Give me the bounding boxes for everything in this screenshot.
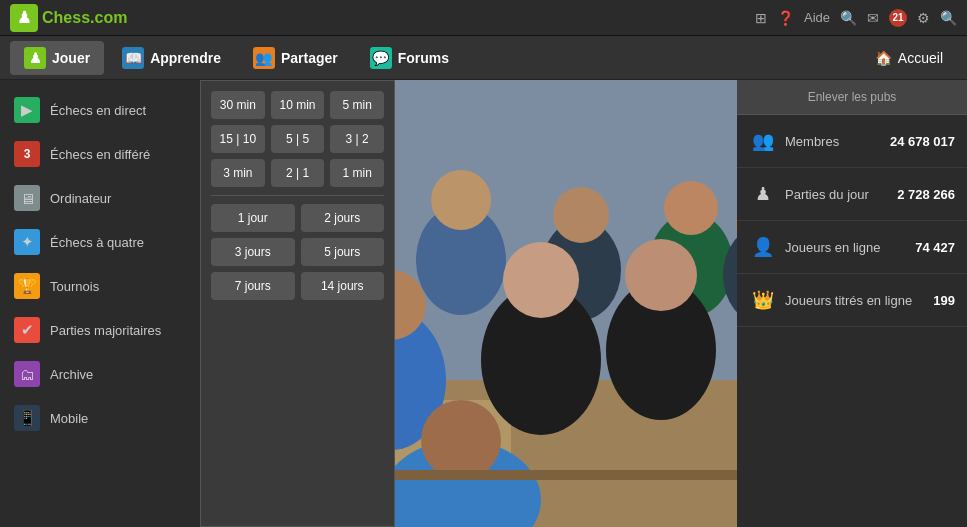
time-btn-14jours[interactable]: 14 jours: [301, 272, 385, 300]
partager-icon: 👥: [253, 47, 275, 69]
main-navigation: ♟ Jouer 📖 Apprendre 👥 Partager 💬 Forums …: [0, 36, 967, 80]
time-row-4: 1 jour 2 jours: [211, 204, 384, 232]
help-label[interactable]: Aide: [804, 10, 830, 25]
sidebar-label-tour: Tournois: [50, 279, 99, 294]
time-btn-5min[interactable]: 5 min: [330, 91, 384, 119]
forums-icon: 💬: [370, 47, 392, 69]
search-icon[interactable]: 🔍: [940, 10, 957, 26]
nav-item-partager[interactable]: 👥 Partager: [239, 41, 352, 75]
sidebar-item-arch[interactable]: 🗂 Archive: [0, 352, 200, 396]
sidebar-item-comp[interactable]: 🖥 Ordinateur: [0, 176, 200, 220]
time-btn-2jours[interactable]: 2 jours: [301, 204, 385, 232]
home-icon: 🏠: [875, 50, 892, 66]
time-btn-1min[interactable]: 1 min: [330, 159, 384, 187]
photo-overlay: [395, 80, 737, 527]
four-icon: ✦: [14, 229, 40, 255]
sidebar-label-arch: Archive: [50, 367, 93, 382]
titres-value: 199: [933, 293, 955, 308]
enligne-icon: 👤: [749, 233, 777, 261]
time-btn-15-10[interactable]: 15 | 10: [211, 125, 265, 153]
divider: [211, 195, 384, 196]
membres-value: 24 678 017: [890, 134, 955, 149]
home-label: Accueil: [898, 50, 943, 66]
sidebar-label-vote: Parties majoritaires: [50, 323, 161, 338]
nav-label-jouer: Jouer: [52, 50, 90, 66]
layout-icon[interactable]: ⊞: [755, 10, 767, 26]
vote-icon: ✔: [14, 317, 40, 343]
stat-enligne: 👤 Joueurs en ligne 74 427: [737, 221, 967, 274]
sidebar-item-diff[interactable]: 3 Échecs en différé: [0, 132, 200, 176]
main-photo-area: 6: [395, 80, 737, 527]
remove-ads-button[interactable]: Enlever les pubs: [737, 80, 967, 115]
time-row-2: 15 | 10 5 | 5 3 | 2: [211, 125, 384, 153]
membres-label: Membres: [785, 134, 882, 149]
sidebar-item-vote[interactable]: ✔ Parties majoritaires: [0, 308, 200, 352]
titres-icon: 👑: [749, 286, 777, 314]
sidebar-label-diff: Échecs en différé: [50, 147, 150, 162]
time-row-1: 30 min 10 min 5 min: [211, 91, 384, 119]
time-btn-1jour[interactable]: 1 jour: [211, 204, 295, 232]
time-control-dropdown: 30 min 10 min 5 min 15 | 10 5 | 5 3 | 2 …: [200, 80, 395, 527]
nav-home[interactable]: 🏠 Accueil: [861, 44, 957, 72]
time-row-6: 7 jours 14 jours: [211, 272, 384, 300]
stat-parties: ♟ Parties du jour 2 728 266: [737, 168, 967, 221]
nav-item-apprendre[interactable]: 📖 Apprendre: [108, 41, 235, 75]
time-btn-5jours[interactable]: 5 jours: [301, 238, 385, 266]
diff-icon: 3: [14, 141, 40, 167]
stats-list: 👥 Membres 24 678 017 ♟ Parties du jour 2…: [737, 115, 967, 327]
time-row-5: 3 jours 5 jours: [211, 238, 384, 266]
tour-icon: 🏆: [14, 273, 40, 299]
stat-titres: 👑 Joueurs titrés en ligne 199: [737, 274, 967, 327]
enligne-value: 74 427: [915, 240, 955, 255]
stat-membres: 👥 Membres 24 678 017: [737, 115, 967, 168]
titres-label: Joueurs titrés en ligne: [785, 293, 925, 308]
site-logo[interactable]: ♟ Chess.com: [10, 4, 127, 32]
time-btn-2-1[interactable]: 2 | 1: [271, 159, 325, 187]
mob-icon: 📱: [14, 405, 40, 431]
logo-area: ♟ Chess.com: [10, 4, 127, 32]
jouer-icon: ♟: [24, 47, 46, 69]
comp-icon: 🖥: [14, 185, 40, 211]
sidebar-label-comp: Ordinateur: [50, 191, 111, 206]
live-icon: ▶: [14, 97, 40, 123]
time-btn-3jours[interactable]: 3 jours: [211, 238, 295, 266]
sidebar-item-live[interactable]: ▶ Échecs en direct: [0, 88, 200, 132]
sidebar-item-mob[interactable]: 📱 Mobile: [0, 396, 200, 440]
main-nav-items: ♟ Jouer 📖 Apprendre 👥 Partager 💬 Forums: [10, 41, 463, 75]
apprendre-icon: 📖: [122, 47, 144, 69]
sidebar-label-mob: Mobile: [50, 411, 88, 426]
membres-icon: 👥: [749, 127, 777, 155]
sidebar: ▶ Échecs en direct 3 Échecs en différé 🖥…: [0, 80, 200, 527]
time-btn-5-5[interactable]: 5 | 5: [271, 125, 325, 153]
parties-value: 2 728 266: [897, 187, 955, 202]
search-friends-icon[interactable]: 🔍: [840, 10, 857, 26]
parties-label: Parties du jour: [785, 187, 889, 202]
time-btn-3min[interactable]: 3 min: [211, 159, 265, 187]
nav-label-partager: Partager: [281, 50, 338, 66]
parties-icon: ♟: [749, 180, 777, 208]
top-nav-right: ⊞ ❓ Aide 🔍 ✉ 21 ⚙ 🔍: [755, 9, 957, 27]
time-row-3: 3 min 2 | 1 1 min: [211, 159, 384, 187]
time-btn-10min[interactable]: 10 min: [271, 91, 325, 119]
sidebar-item-four[interactable]: ✦ Échecs à quatre: [0, 220, 200, 264]
time-btn-7jours[interactable]: 7 jours: [211, 272, 295, 300]
settings-icon[interactable]: ⚙: [917, 10, 930, 26]
help-icon[interactable]: ❓: [777, 10, 794, 26]
top-navigation: ♟ Chess.com ⊞ ❓ Aide 🔍 ✉ 21 ⚙ 🔍: [0, 0, 967, 36]
nav-label-apprendre: Apprendre: [150, 50, 221, 66]
logo-icon: ♟: [10, 4, 38, 32]
nav-item-jouer[interactable]: ♟ Jouer: [10, 41, 104, 75]
nav-item-forums[interactable]: 💬 Forums: [356, 41, 463, 75]
time-btn-30min[interactable]: 30 min: [211, 91, 265, 119]
notification-badge[interactable]: 21: [889, 9, 907, 27]
chess-tournament-photo: 6: [395, 80, 737, 527]
enligne-label: Joueurs en ligne: [785, 240, 907, 255]
message-icon[interactable]: ✉: [867, 10, 879, 26]
time-btn-3-2[interactable]: 3 | 2: [330, 125, 384, 153]
content-area: ▶ Échecs en direct 3 Échecs en différé 🖥…: [0, 80, 967, 527]
sidebar-item-tour[interactable]: 🏆 Tournois: [0, 264, 200, 308]
sidebar-label-four: Échecs à quatre: [50, 235, 144, 250]
right-panel: Enlever les pubs 👥 Membres 24 678 017 ♟ …: [737, 80, 967, 527]
sidebar-label-live: Échecs en direct: [50, 103, 146, 118]
arch-icon: 🗂: [14, 361, 40, 387]
